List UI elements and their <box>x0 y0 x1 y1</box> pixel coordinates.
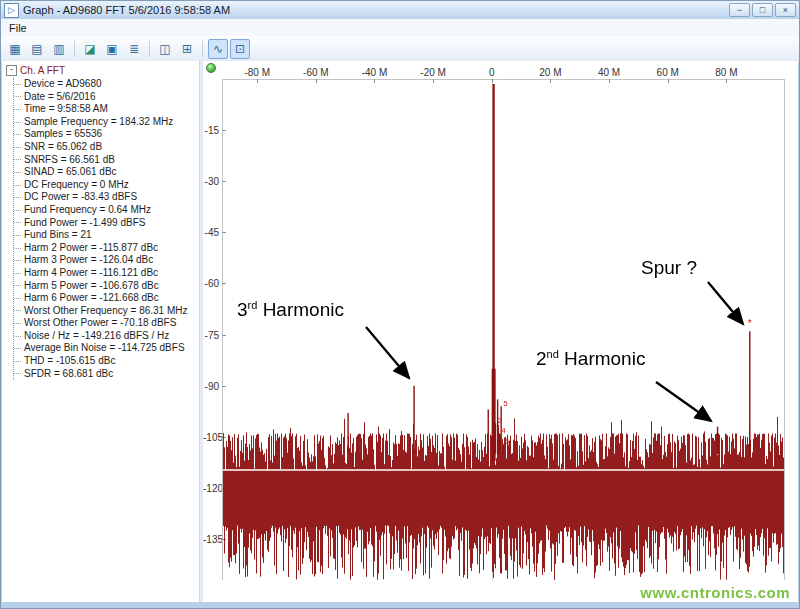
menu-item-file[interactable]: File <box>1 21 35 35</box>
toolbar-separator <box>74 41 75 57</box>
status-indicator-icon <box>206 63 216 73</box>
stat-item: Worst Other Power = -70.18 dBFS <box>14 317 199 330</box>
stat-item: Noise / Hz = -149.216 dBFS / Hz <box>14 330 199 343</box>
y-tick-label: -30 <box>203 176 219 187</box>
table-view-button[interactable]: ▤ <box>27 39 47 59</box>
y-tick-label: -75 <box>203 330 219 341</box>
stat-item: Fund Power = -1.499 dBFS <box>14 217 199 230</box>
menubar: File <box>1 19 799 37</box>
x-tick-label: 60 M <box>657 67 679 78</box>
stat-item: SNR = 65.062 dB <box>14 141 199 154</box>
watermark: www.cntronics.com <box>640 584 790 601</box>
window-title: Graph - AD9680 FFT 5/6/2016 9:58:58 AM <box>23 4 230 16</box>
export-button[interactable]: ≣ <box>124 39 144 59</box>
fft-stats-list: Device = AD9680Date = 5/6/2016Time = 9:5… <box>13 78 199 380</box>
y-tick-label: -90 <box>203 381 219 392</box>
x-tick-label: -20 M <box>420 67 446 78</box>
stat-item: SINAD = 65.061 dBc <box>14 166 199 179</box>
toggle-trace-button[interactable]: ∿ <box>208 39 228 59</box>
window-controls: − □ × <box>729 3 796 17</box>
y-tick-label: -105 <box>203 432 219 443</box>
x-tick-label: 20 M <box>539 67 561 78</box>
y-tick-label: -60 <box>203 278 219 289</box>
stat-item: Harm 6 Power = -121.668 dBc <box>14 292 199 305</box>
save-button[interactable]: ▣ <box>102 39 122 59</box>
stat-item: Harm 3 Power = -126.04 dBc <box>14 254 199 267</box>
x-tick-label: -60 M <box>303 67 329 78</box>
collapse-icon[interactable]: - <box>6 65 17 76</box>
toolbar: ▦▤▥◪▣≣◫⊞∿⊡ <box>1 36 799 62</box>
stat-item: SFDR = 68.681 dBc <box>14 368 199 381</box>
stat-item: DC Power = -83.43 dBFS <box>14 191 199 204</box>
stat-item: THD = -105.615 dBc <box>14 355 199 368</box>
tree-root-label: Ch. A FFT <box>20 65 65 76</box>
stat-item: Device = AD9680 <box>14 78 199 91</box>
input-config-button[interactable]: ▥ <box>49 39 69 59</box>
y-tick-label: -120 <box>203 483 219 494</box>
stat-item: Worst Other Frequency = 86.31 MHz <box>14 305 199 318</box>
content-area: - Ch. A FFT Device = AD9680Date = 5/6/20… <box>2 61 798 602</box>
copy-button[interactable]: ◫ <box>155 39 175 59</box>
stat-item: Sample Frequency = 184.32 MHz <box>14 116 199 129</box>
sidebar: - Ch. A FFT Device = AD9680Date = 5/6/20… <box>2 61 200 602</box>
app-icon: ▷ <box>4 3 19 18</box>
toggle-markers-button[interactable]: ⊡ <box>230 39 250 59</box>
toolbar-separator <box>202 41 203 57</box>
close-button[interactable]: × <box>775 3 796 17</box>
grid-button[interactable]: ⊞ <box>177 39 197 59</box>
stat-item: Samples = 65536 <box>14 128 199 141</box>
stat-item: Harm 5 Power = -106.678 dBc <box>14 280 199 293</box>
x-tick-label: 80 M <box>715 67 737 78</box>
y-tick-label: -135 <box>203 534 219 545</box>
stat-item: Harm 2 Power = -115.877 dBc <box>14 242 199 255</box>
y-tick-label: -45 <box>203 227 219 238</box>
x-tick-label: 0 <box>489 67 495 78</box>
stat-item: Time = 9:58:58 AM <box>14 103 199 116</box>
plot-area: -80 M-60 M-40 M-20 M020 M40 M60 M80 M -1… <box>203 61 798 602</box>
stat-item: SNRFS = 66.561 dB <box>14 154 199 167</box>
window-titlebar: ▷ Graph - AD9680 FFT 5/6/2016 9:58:58 AM… <box>1 1 799 19</box>
toolbar-separator <box>149 41 150 57</box>
fft-canvas[interactable] <box>222 79 785 580</box>
stat-item: Harm 4 Power = -116.121 dBc <box>14 267 199 280</box>
stat-item: Date = 5/6/2016 <box>14 91 199 104</box>
graph-view-button[interactable]: ▦ <box>5 39 25 59</box>
x-tick-label: -40 M <box>362 67 388 78</box>
x-tick-label: 40 M <box>598 67 620 78</box>
y-tick-label: -15 <box>203 125 219 136</box>
stat-item: DC Frequency = 0 MHz <box>14 179 199 192</box>
pin-button[interactable]: ◪ <box>80 39 100 59</box>
x-tick-label: -80 M <box>244 67 270 78</box>
stat-item: Average Bin Noise = -114.725 dBFS <box>14 342 199 355</box>
maximize-button[interactable]: □ <box>752 3 773 17</box>
stat-item: Fund Bins = 21 <box>14 229 199 242</box>
fft-tree-root[interactable]: - Ch. A FFT <box>6 64 199 77</box>
minimize-button[interactable]: − <box>729 3 750 17</box>
stat-item: Fund Frequency = 0.64 MHz <box>14 204 199 217</box>
